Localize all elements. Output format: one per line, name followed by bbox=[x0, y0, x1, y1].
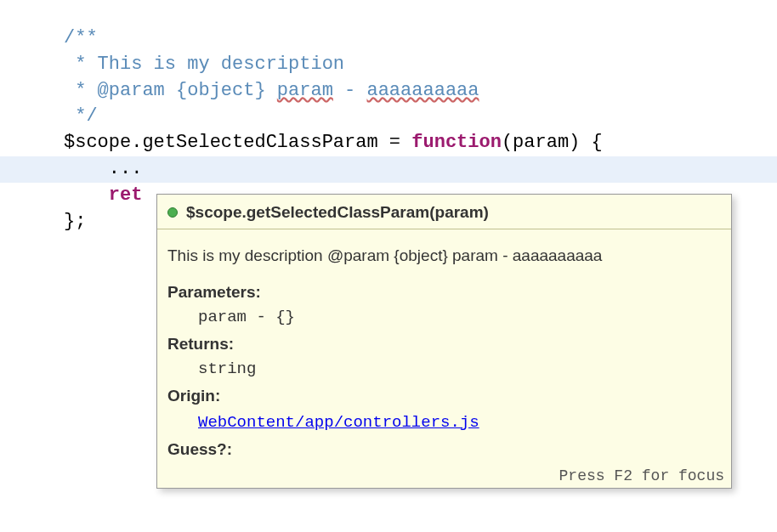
code-ellipsis: ... bbox=[64, 158, 142, 179]
code-method: getSelectedClassParam = bbox=[142, 132, 411, 153]
returns-label: Returns: bbox=[167, 331, 721, 356]
method-icon bbox=[167, 207, 178, 218]
comment-param-typo2: aaaaaaaaaa bbox=[366, 80, 479, 101]
comment-param-prefix: * @param {object} bbox=[64, 80, 277, 101]
tooltip-footer: Press F2 for focus bbox=[157, 466, 731, 488]
code-scope: $scope bbox=[64, 132, 131, 153]
comment-param-typo1: param bbox=[277, 80, 333, 101]
code-dot: . bbox=[131, 132, 142, 153]
code-highlighted-line[interactable]: ... bbox=[0, 156, 777, 183]
origin-label: Origin: bbox=[167, 383, 721, 408]
tooltip-body: This is my description @param {object} p… bbox=[157, 229, 731, 466]
origin-link[interactable]: WebContent/app/controllers.js bbox=[167, 410, 479, 435]
code-function-keyword: function bbox=[411, 132, 502, 153]
comment-close: */ bbox=[64, 105, 98, 127]
tooltip-header: $scope.getSelectedClassParam(param) bbox=[157, 195, 731, 229]
code-params: (param) { bbox=[502, 132, 603, 153]
tooltip-title: $scope.getSelectedClassParam(param) bbox=[186, 203, 489, 222]
guess-label: Guess?: bbox=[167, 437, 721, 461]
hover-tooltip: $scope.getSelectedClassParam(param) This… bbox=[156, 194, 732, 489]
comment-param-mid: - bbox=[333, 80, 367, 101]
parameters-label: Parameters: bbox=[167, 280, 721, 304]
tooltip-description: This is my description @param {object} p… bbox=[167, 243, 721, 268]
code-close-brace: }; bbox=[64, 211, 86, 232]
returns-value: string bbox=[167, 357, 721, 382]
parameters-value: param - {} bbox=[167, 305, 721, 330]
comment-desc: * This is my description bbox=[64, 54, 344, 75]
comment-open: /** bbox=[64, 27, 98, 48]
code-return: ret bbox=[64, 184, 142, 206]
